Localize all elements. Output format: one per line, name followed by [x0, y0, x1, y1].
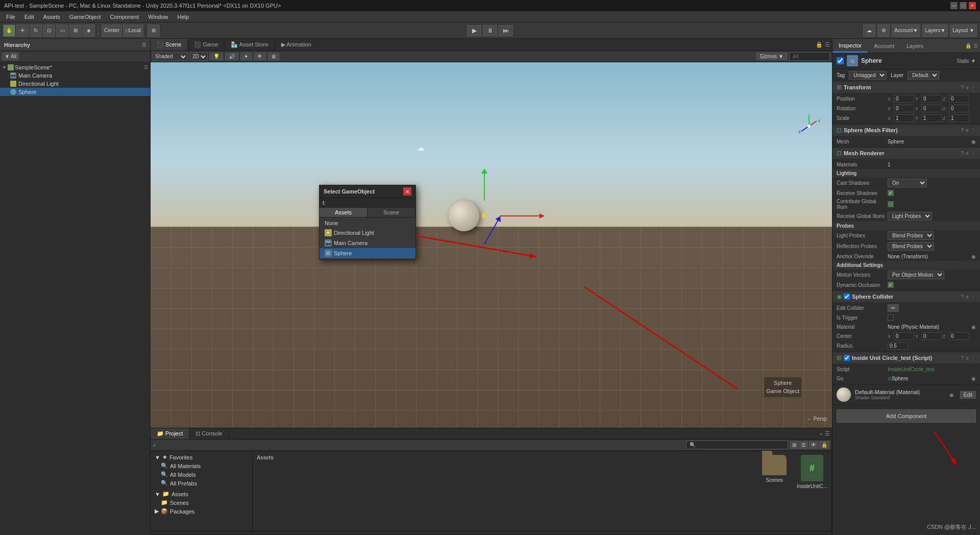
hand-tool[interactable]: ✋: [3, 25, 15, 37]
receive-shadows-checkbox[interactable]: ✓: [888, 190, 894, 196]
inspector-menu-icon[interactable]: ☰: [973, 43, 978, 48]
custom-tool[interactable]: ◈: [83, 25, 95, 37]
cz-input[interactable]: [949, 332, 969, 340]
close-button[interactable]: ✕: [969, 2, 976, 9]
is-trigger-checkbox[interactable]: [888, 314, 894, 321]
script-header[interactable]: ⊞ Inside Unit Circle_test (Script) ? ≡ ⋮: [832, 352, 980, 363]
account-button[interactable]: Account ▼: [892, 25, 920, 37]
bottom-scrollbar[interactable]: [151, 531, 832, 535]
shading-mode-select[interactable]: Shaded Wireframe: [153, 52, 188, 61]
tab-console[interactable]: ⊡ Console: [189, 428, 229, 439]
scene-menu-icon-2[interactable]: ☰: [825, 41, 830, 48]
scene-menu-icon[interactable]: ☰: [144, 65, 148, 70]
transform-menu-icon[interactable]: ⋮: [971, 85, 976, 90]
static-label[interactable]: Static ▼: [957, 58, 976, 64]
light-probes-select[interactable]: Blend Probes: [888, 231, 934, 240]
sc-menu-icon[interactable]: ⋮: [971, 294, 976, 300]
hierarchy-main-camera[interactable]: 📷 Main Camera: [0, 71, 150, 80]
script-enabled[interactable]: [844, 355, 850, 361]
transform-help-icon[interactable]: ?: [961, 85, 964, 90]
cloud-button[interactable]: ⚙: [877, 25, 890, 37]
receive-gi-select[interactable]: Light Probes: [888, 212, 932, 221]
bottom-add-icon[interactable]: +: [820, 431, 823, 437]
multi-tool[interactable]: ⊞: [69, 25, 82, 37]
collab-button[interactable]: ☁: [863, 25, 875, 37]
mr-settings-icon[interactable]: ≡: [966, 151, 969, 156]
edit-material-button[interactable]: Edit: [960, 391, 976, 399]
reflection-probes-select[interactable]: Blend Probes: [888, 242, 934, 251]
scene-lock-icon[interactable]: 🔒: [816, 41, 823, 48]
select-go-search-input[interactable]: [320, 198, 415, 208]
proj-favorites-header[interactable]: ▼ ★ Favorites: [151, 453, 252, 461]
sc-x-input[interactable]: [894, 114, 914, 122]
project-view-eye[interactable]: 👁: [809, 441, 818, 449]
sc-help-icon[interactable]: ?: [961, 294, 964, 300]
tab-inspector[interactable]: Inspector: [832, 39, 868, 53]
inspector-lock-icon[interactable]: 🔒: [965, 43, 971, 48]
tag-select[interactable]: Untagged: [849, 71, 887, 80]
select-go-tab-assets[interactable]: Assets: [320, 208, 368, 217]
select-go-item-main-camera[interactable]: 📷 Main Camera: [320, 238, 415, 248]
select-go-item-directional-light[interactable]: ✦ Directional Light: [320, 228, 415, 238]
sc-material-picker[interactable]: ◉: [971, 324, 976, 330]
menu-edit[interactable]: Edit: [20, 13, 38, 21]
pos-y-input[interactable]: [921, 95, 942, 103]
project-view-list[interactable]: ☰: [799, 441, 808, 449]
menu-component[interactable]: Component: [106, 13, 143, 21]
project-search-input[interactable]: [686, 441, 788, 449]
tab-project[interactable]: 📁 Project: [151, 428, 189, 439]
center-button[interactable]: Center: [102, 25, 122, 37]
contribute-gi-checkbox[interactable]: [888, 201, 894, 207]
cx-input[interactable]: [894, 332, 914, 340]
maximize-button[interactable]: □: [960, 2, 967, 9]
menu-window[interactable]: Window: [144, 13, 172, 21]
mr-menu-icon[interactable]: ⋮: [971, 151, 976, 156]
select-go-close-button[interactable]: ✕: [403, 187, 411, 196]
menu-gameobject[interactable]: GameObject: [65, 13, 105, 21]
mf-help-icon[interactable]: ?: [961, 128, 964, 133]
edit-collider-button[interactable]: ✏: [888, 304, 899, 312]
mf-menu-icon[interactable]: ⋮: [971, 128, 976, 133]
proj-all-models[interactable]: 🔍 All Models: [151, 470, 252, 479]
proj-packages[interactable]: ▶ 📦 Packages: [151, 507, 252, 516]
grid-toggle[interactable]: ⊞: [268, 53, 279, 60]
mf-settings-icon[interactable]: ≡: [966, 128, 969, 133]
go-picker-icon[interactable]: ◉: [971, 376, 976, 381]
sc-z-input[interactable]: [949, 114, 969, 122]
rotate-tool[interactable]: ↻: [30, 25, 42, 37]
menu-file[interactable]: File: [2, 13, 19, 21]
light-toggle[interactable]: 💡: [210, 53, 223, 60]
snap-button[interactable]: ⊞: [148, 25, 160, 37]
select-go-item-none[interactable]: None: [320, 218, 415, 228]
script-menu-icon[interactable]: ⋮: [971, 355, 976, 361]
object-active-checkbox[interactable]: [837, 57, 844, 64]
script-help-icon[interactable]: ?: [961, 355, 964, 361]
scene-visibility-toggle[interactable]: 👁: [254, 53, 266, 60]
layers-button[interactable]: Layers ▼: [922, 25, 948, 37]
pause-button[interactable]: ⏸: [483, 25, 497, 36]
motion-vectors-select[interactable]: Per Object Motion: [888, 271, 944, 279]
proj-file-script[interactable]: # InsideUnitC...: [797, 455, 827, 489]
tab-animation[interactable]: ▶ Animation: [275, 39, 318, 51]
layer-select[interactable]: Default: [908, 71, 939, 80]
bottom-add-button[interactable]: +: [153, 442, 156, 448]
hierarchy-sphere[interactable]: Sphere: [0, 88, 150, 96]
rect-tool[interactable]: ▭: [56, 25, 68, 37]
menu-help[interactable]: Help: [173, 13, 193, 21]
hierarchy-menu-icon[interactable]: ☰: [142, 42, 146, 47]
radius-input[interactable]: [888, 342, 908, 350]
select-go-item-sphere[interactable]: ⊙ Sphere: [320, 248, 415, 258]
proj-assets-header[interactable]: ▼ 📁 Assets: [151, 490, 252, 498]
audio-toggle[interactable]: 🔊: [225, 53, 238, 60]
dynamic-occlusion-checkbox[interactable]: ✓: [888, 282, 894, 288]
play-button[interactable]: ▶: [467, 25, 481, 36]
layout-button[interactable]: Layout ▼: [950, 25, 977, 37]
proj-file-scenes[interactable]: Scenes: [760, 455, 789, 483]
gizmos-button[interactable]: Gizmos ▼: [756, 53, 787, 60]
global-button[interactable]: □Local: [123, 25, 143, 37]
sphere-collider-header[interactable]: ◉ Sphere Collider ? ≡ ⋮: [832, 291, 980, 302]
tab-layers[interactable]: Layers: [900, 39, 929, 53]
transform-header[interactable]: ⊞ Transform ? ≡ ⋮: [832, 82, 980, 93]
sc-y-input[interactable]: [921, 114, 942, 122]
minimize-button[interactable]: —: [950, 2, 958, 9]
